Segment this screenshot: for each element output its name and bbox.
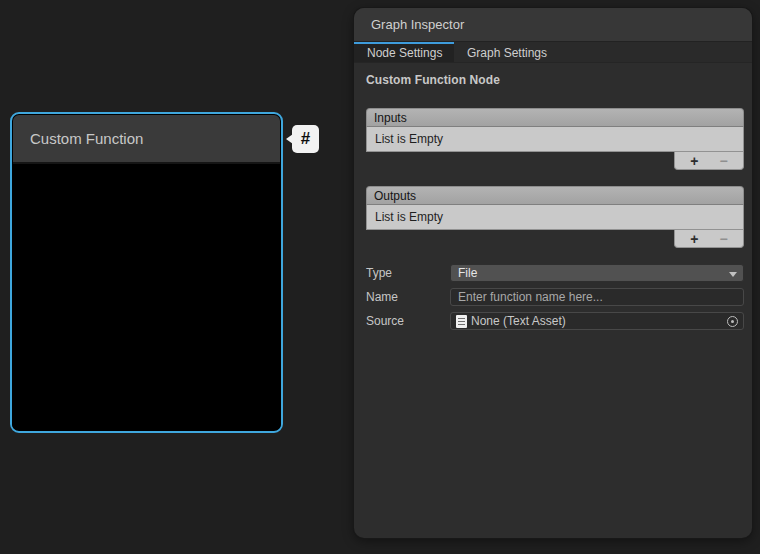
type-dropdown-value: File (458, 266, 477, 280)
tab-graph-settings-label: Graph Settings (467, 46, 547, 60)
outputs-list-title: Outputs (374, 189, 416, 203)
node-title: Custom Function (30, 130, 143, 147)
node-preview-body (12, 165, 281, 430)
panel-title-bar[interactable]: Graph Inspector (354, 8, 752, 42)
inputs-list-title: Inputs (374, 111, 407, 125)
inputs-add-button[interactable]: + (684, 154, 704, 168)
inspector-content: Custom Function Node Inputs List is Empt… (354, 63, 752, 330)
source-field-row: Source None (Text Asset) (366, 312, 744, 330)
graph-inspector-panel: Graph Inspector Node Settings Graph Sett… (354, 8, 752, 538)
outputs-empty-text: List is Empty (375, 210, 443, 224)
type-field-row: Type File (366, 264, 744, 282)
source-object-value: None (Text Asset) (471, 314, 566, 328)
outputs-list-footer: + − (674, 230, 744, 248)
outputs-list-body: List is Empty (366, 205, 744, 230)
inputs-list-header[interactable]: Inputs (366, 108, 744, 127)
outputs-list: Outputs List is Empty + − (366, 186, 744, 248)
type-dropdown[interactable]: File (450, 264, 744, 282)
tab-node-settings[interactable]: Node Settings (354, 42, 454, 62)
source-object-field[interactable]: None (Text Asset) (450, 312, 744, 330)
source-label: Source (366, 314, 450, 328)
function-name-input[interactable] (450, 288, 744, 306)
type-label: Type (366, 266, 450, 280)
inputs-remove-button[interactable]: − (714, 154, 734, 168)
text-asset-icon (456, 315, 467, 328)
inputs-list-body: List is Empty (366, 127, 744, 152)
hash-icon: # (301, 129, 310, 149)
tab-node-settings-label: Node Settings (367, 46, 442, 60)
inputs-list: Inputs List is Empty + − (366, 108, 744, 170)
outputs-list-header[interactable]: Outputs (366, 186, 744, 205)
custom-function-node[interactable]: Custom Function (10, 112, 283, 433)
panel-title: Graph Inspector (371, 17, 464, 32)
outputs-remove-button[interactable]: − (714, 232, 734, 246)
inspector-tabbar: Node Settings Graph Settings (354, 42, 752, 63)
name-field-row: Name (366, 288, 744, 306)
tab-graph-settings[interactable]: Graph Settings (454, 42, 560, 62)
chevron-down-icon (729, 272, 737, 277)
name-label: Name (366, 290, 450, 304)
object-picker-icon[interactable] (727, 316, 738, 327)
inputs-empty-text: List is Empty (375, 132, 443, 146)
inputs-list-footer: + − (674, 152, 744, 170)
section-title: Custom Function Node (366, 73, 744, 87)
outputs-add-button[interactable]: + (684, 232, 704, 246)
node-header[interactable]: Custom Function (13, 115, 280, 164)
node-hash-badge[interactable]: # (292, 125, 319, 153)
